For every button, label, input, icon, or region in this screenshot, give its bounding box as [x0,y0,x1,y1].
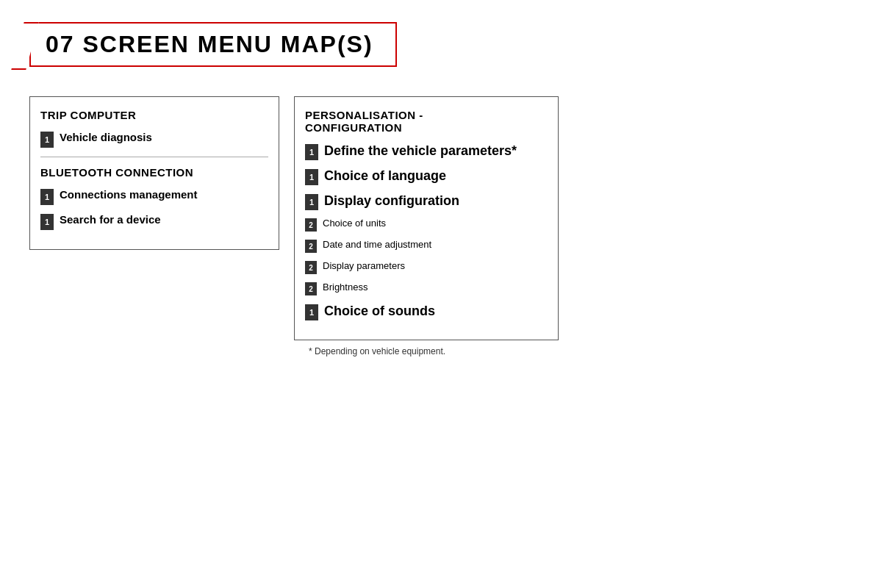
left-panel: TRIP COMPUTER 1 Vehicle diagnosis BLUETO… [29,96,279,250]
bluetooth-title: BLUETOOTH CONNECTION [40,166,268,179]
badge-level: 1 [305,144,318,160]
item-label: Display parameters [323,260,405,273]
badge-level: 1 [40,189,54,205]
page-title: 07 SCREEN MENU MAP(S) [46,31,373,58]
right-panel: PERSONALISATION -CONFIGURATION 1 Define … [294,96,559,340]
badge-level: 2 [305,261,317,274]
list-item: 1 Choice of language [305,168,548,185]
list-item: 1 Choice of sounds [305,303,548,320]
header-box: 07 SCREEN MENU MAP(S) [29,22,397,67]
list-item: 2 Brightness [305,282,548,295]
item-label: Date and time adjustment [323,239,431,251]
item-label: Choice of sounds [324,303,435,320]
list-item: 1 Define the vehicle parameters* [305,143,548,160]
item-label: Brightness [323,282,368,294]
badge-level: 2 [305,282,317,295]
badge-level: 2 [305,218,317,232]
page-container: 07 SCREEN MENU MAP(S) TRIP COMPUTER 1 Ve… [0,0,882,588]
badge-level: 1 [305,304,318,320]
item-label: Choice of units [323,218,386,230]
list-item: 1 Search for a device [40,212,268,230]
badge-level: 1 [305,194,318,210]
list-item: 1 Display configuration [305,193,548,210]
content-area: TRIP COMPUTER 1 Vehicle diagnosis BLUETO… [29,96,853,340]
list-item: 2 Display parameters [305,260,548,274]
item-label: Search for a device [60,212,161,227]
badge-level: 1 [40,132,54,148]
footnote: * Depending on vehicle equipment. [309,346,853,356]
item-label: Connections management [60,187,198,202]
list-item: 2 Date and time adjustment [305,239,548,253]
list-item: 1 Connections management [40,187,268,205]
badge-level: 1 [40,214,54,230]
item-label: Define the vehicle parameters* [324,143,517,159]
item-label: Choice of language [324,168,446,184]
badge-level: 1 [305,169,318,185]
right-panel-title: PERSONALISATION -CONFIGURATION [305,109,548,134]
list-item: 1 Vehicle diagnosis [40,130,268,148]
left-panel-title: TRIP COMPUTER [40,109,268,121]
list-item: 2 Choice of units [305,218,548,232]
divider [40,157,268,157]
badge-level: 2 [305,240,317,253]
item-label: Vehicle diagnosis [60,130,152,145]
item-label: Display configuration [324,193,459,209]
